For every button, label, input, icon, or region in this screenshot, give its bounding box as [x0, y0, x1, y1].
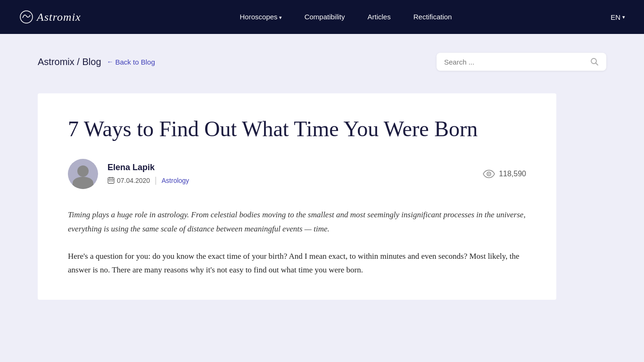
svg-rect-8 — [111, 181, 112, 181]
logo-icon — [19, 9, 34, 25]
author-details: Elena Lapik 0 — [107, 163, 189, 185]
search-input[interactable] — [444, 58, 586, 66]
logo[interactable]: Astromix — [19, 9, 81, 25]
author-info: Elena Lapik 0 — [68, 159, 189, 189]
svg-rect-9 — [112, 181, 113, 181]
svg-point-0 — [20, 11, 33, 23]
navigation: Astromix Horoscopes Compatibility Articl… — [0, 0, 644, 34]
views-count: 118,590 — [499, 170, 526, 178]
avatar — [68, 159, 98, 189]
search-icon — [590, 58, 599, 66]
nav-item-articles[interactable]: Articles — [368, 13, 391, 21]
meta-separator: | — [155, 175, 157, 185]
logo-text: Astromix — [37, 11, 81, 24]
nav-item-horoscopes[interactable]: Horoscopes — [240, 13, 282, 21]
language-selector[interactable]: EN — [611, 13, 625, 21]
nav-item-rectification[interactable]: Rectification — [413, 13, 452, 21]
breadcrumb-path: Astromix / Blog — [38, 57, 101, 67]
breadcrumb: Astromix / Blog Back to Blog — [38, 57, 155, 67]
calendar-icon — [107, 177, 115, 184]
article-container: 7 Ways to Find Out What Time You Were Bo… — [38, 93, 556, 300]
author-name: Elena Lapik — [107, 163, 189, 173]
nav-item-compatibility[interactable]: Compatibility — [305, 13, 345, 21]
svg-point-11 — [488, 173, 490, 175]
article-title: 7 Ways to Find Out What Time You Were Bo… — [68, 116, 526, 142]
svg-line-2 — [596, 63, 598, 66]
article-body: Here's a question for you: do you know t… — [68, 249, 526, 278]
page-content: Astromix / Blog Back to Blog 7 Ways to F… — [0, 34, 644, 362]
back-to-blog-link[interactable]: Back to Blog — [107, 58, 155, 66]
date-container: 07.04.2020 — [107, 177, 150, 184]
author-meta: 07.04.2020 | Astrology — [107, 175, 189, 185]
top-row: Astromix / Blog Back to Blog — [38, 53, 606, 71]
nav-menu: Horoscopes Compatibility Articles Rectif… — [240, 13, 452, 21]
svg-rect-7 — [109, 181, 110, 181]
search-box — [437, 53, 606, 71]
category-link[interactable]: Astrology — [162, 177, 189, 184]
eye-icon — [483, 170, 495, 178]
article-date: 07.04.2020 — [117, 177, 150, 184]
author-row: Elena Lapik 0 — [68, 159, 526, 189]
article-intro: Timing plays a huge role in astrology. F… — [68, 208, 526, 236]
views-info: 118,590 — [483, 170, 526, 178]
avatar-silhouette — [68, 159, 98, 189]
